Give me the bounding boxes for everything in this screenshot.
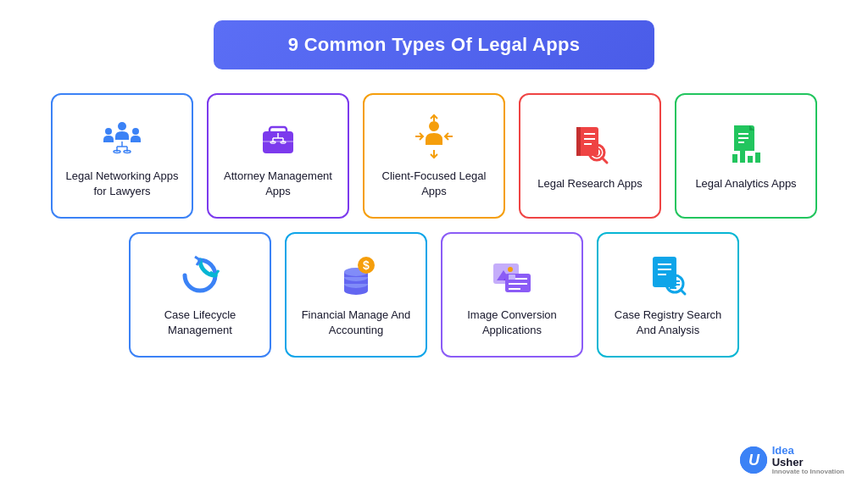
page-title-bar: 9 Common Types Of Legal Apps: [214, 20, 654, 69]
card-legal-analytics: Legal Analytics Apps: [675, 93, 817, 219]
logo: U Idea Usher Innovate to Innovation: [740, 445, 844, 476]
card-client-focused-label: Client-Focused Legal Apps: [373, 169, 495, 199]
card-image-conversion: Image Conversion Applications: [441, 232, 583, 358]
top-card-grid: Legal Networking Apps for Lawyers Attorn…: [51, 93, 817, 219]
logo-tagline: Innovate to Innovation: [772, 469, 844, 476]
card-case-lifecycle: Case Lifecycle Management: [129, 232, 271, 358]
analytics-icon: [722, 120, 770, 168]
card-legal-analytics-label: Legal Analytics Apps: [695, 176, 796, 191]
svg-point-0: [118, 122, 126, 130]
svg-rect-10: [270, 127, 287, 134]
logo-name2: Usher: [772, 457, 844, 469]
svg-rect-57: [653, 257, 676, 287]
logo-icon: U: [740, 446, 767, 474]
card-legal-networking: Legal Networking Apps for Lawyers: [51, 93, 193, 219]
svg-line-65: [681, 290, 685, 294]
svg-text:$: $: [363, 258, 370, 272]
card-attorney-management-label: Attorney Management Apps: [217, 169, 339, 199]
card-case-registry-label: Case Registry Search And Analysis: [607, 308, 729, 338]
card-financial-manage: $ Financial Manage And Accounting: [285, 232, 427, 358]
card-legal-research: Legal Research Apps: [519, 93, 661, 219]
logo-name1: Idea: [772, 445, 844, 457]
networking-icon: [98, 113, 146, 160]
card-image-conversion-label: Image Conversion Applications: [451, 308, 573, 338]
svg-point-18: [429, 121, 439, 131]
image-icon: [488, 252, 536, 299]
financial-icon: $: [332, 252, 380, 299]
bottom-card-grid: Case Lifecycle Management $ Financial Ma…: [129, 232, 739, 358]
card-legal-research-label: Legal Research Apps: [537, 176, 643, 191]
svg-text:U: U: [748, 452, 760, 469]
svg-rect-37: [748, 156, 753, 163]
card-case-registry: Case Registry Search And Analysis: [597, 232, 739, 358]
attorney-icon: [254, 113, 302, 160]
svg-point-51: [508, 267, 513, 272]
card-client-focused: Client-Focused Legal Apps: [363, 93, 505, 219]
card-financial-manage-label: Financial Manage And Accounting: [295, 308, 417, 338]
svg-line-30: [602, 158, 607, 163]
svg-rect-35: [732, 154, 737, 163]
card-attorney-management: Attorney Management Apps: [207, 93, 349, 219]
logo-text: Idea Usher Innovate to Innovation: [772, 445, 844, 476]
svg-point-2: [132, 128, 139, 135]
research-icon: [566, 120, 614, 168]
card-case-lifecycle-label: Case Lifecycle Management: [139, 308, 261, 338]
svg-rect-24: [576, 127, 581, 156]
client-icon: [410, 113, 458, 160]
svg-rect-56: [509, 274, 515, 280]
svg-point-1: [105, 128, 112, 135]
card-legal-networking-label: Legal Networking Apps for Lawyers: [61, 169, 183, 199]
svg-rect-38: [755, 152, 760, 163]
page-title: 9 Common Types Of Legal Apps: [264, 34, 604, 56]
svg-rect-36: [740, 151, 745, 163]
lifecycle-icon: [176, 252, 224, 299]
registry-icon: [644, 252, 692, 299]
